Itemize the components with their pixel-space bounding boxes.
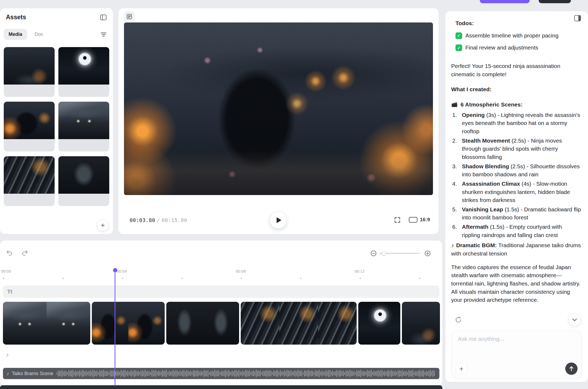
undo-icon[interactable] (6, 250, 13, 256)
scene-item: 1.Opening (3s) - Lightning reveals the a… (452, 111, 581, 136)
regenerate-icon[interactable] (455, 316, 462, 323)
clip-frame (279, 302, 318, 345)
chat-input[interactable] (458, 336, 575, 342)
assets-tabs: Media Doc (4, 29, 107, 40)
audio-tool-icon[interactable]: ♪ (6, 351, 9, 358)
assets-title: Assets (6, 14, 26, 21)
timeline-clip-aftermath[interactable] (402, 302, 440, 345)
ruler-label-3: 00:12 (355, 269, 365, 273)
add-asset-button[interactable]: + (97, 219, 109, 231)
clip-frame (92, 302, 128, 345)
asset-thumbnail-crouch-lantern[interactable] (4, 102, 55, 151)
zoom-slider[interactable] (379, 251, 420, 255)
asset-thumbnail-rain-street[interactable] (4, 47, 55, 97)
audio-track-label: Taiko Brams Scene (12, 371, 53, 376)
clip-frame (402, 302, 440, 345)
clip-frame (128, 302, 165, 345)
scene-name: Opening (462, 112, 485, 118)
todo-check-icon: ✓ (455, 44, 462, 51)
scroll-down-button[interactable] (568, 313, 581, 326)
timecode: 00:03.80/00:15.00 (130, 217, 187, 223)
todo-label: Assemble timeline with proper pacing (465, 32, 559, 40)
text-track[interactable]: Tt (3, 285, 439, 298)
chat-input-box: + (452, 331, 582, 378)
ruler-tick (241, 278, 242, 279)
bgm-line: ♪Dramatic BGM: Traditional Japanese taik… (451, 241, 581, 258)
timeline-clip-leap[interactable] (358, 302, 400, 345)
scene-name: Vanishing Leap (462, 206, 503, 212)
todo-label: Final review and adjustments (465, 44, 538, 52)
ruler-label-1: 00:04 (117, 269, 127, 273)
asset-art-shuriken (4, 156, 55, 194)
scene-text: Assassination Climax (4s) - Slow-motion … (462, 180, 581, 204)
preview-controls: 00:03.80/00:15.00 16:9 (118, 212, 439, 229)
scene-name: Stealth Movement (462, 138, 510, 144)
timeline-clip-shadow[interactable] (166, 302, 239, 345)
ruler-tick (3, 278, 4, 279)
asset-thumbnail-armored-ninja[interactable] (58, 156, 109, 206)
timecode-separator: / (157, 217, 160, 223)
assets-panel: Assets Media Doc + (0, 8, 113, 234)
scene-text: Opening (3s) - Lightning reveals the ass… (462, 111, 581, 136)
clip-frame (203, 302, 239, 345)
scene-number: 2. (452, 137, 460, 161)
asset-art-armored-ninja (58, 156, 109, 194)
attach-button[interactable]: + (456, 363, 467, 374)
music-note-icon: ♪ (451, 242, 454, 248)
asset-art-moon-leap (58, 47, 109, 85)
asset-thumbnail-shuriken[interactable] (4, 156, 55, 206)
scenes-heading-text: 6 Atmospheric Scenes: (461, 101, 522, 109)
filter-icon[interactable] (101, 32, 107, 37)
timecode-current: 00:03.80 (130, 217, 155, 223)
playhead-handle[interactable] (113, 268, 117, 272)
scene-name: Shadow Blending (462, 163, 509, 169)
tab-doc[interactable]: Doc (30, 29, 48, 40)
scene-list: 1.Opening (3s) - Lightning reveals the a… (452, 111, 581, 239)
playhead-line[interactable] (115, 270, 115, 386)
top-right-primary-button[interactable] (480, 0, 530, 3)
video-preview[interactable] (124, 22, 433, 195)
scene-item: 6.Aftermath (1.5s) - Empty courtyard wit… (452, 223, 581, 239)
storyboard-icon[interactable] (124, 11, 135, 22)
audio-track[interactable]: ♪ Taiko Brams Scene (3, 368, 439, 379)
zoom-in-icon[interactable] (424, 250, 431, 257)
timeline-clip-opening[interactable] (3, 302, 90, 345)
clip-frame (318, 302, 357, 345)
scene-name: Assassination Climax (462, 181, 520, 187)
clip-frame (358, 302, 400, 345)
assistant-panel: Todos: ✓ Assemble timeline with proper p… (445, 11, 588, 382)
bgm-label: Dramatic BGM: (456, 242, 497, 248)
scene-number: 5. (452, 205, 460, 222)
aspect-ratio-label: 16:9 (420, 217, 430, 223)
top-right-secondary-button[interactable] (539, 0, 571, 3)
send-button[interactable] (565, 363, 578, 375)
asset-art-rain-street (4, 47, 55, 85)
fullscreen-icon[interactable] (394, 217, 401, 223)
ruler-tick (122, 278, 123, 279)
ruler-label-2: 00:08 (236, 269, 246, 273)
ruler-label-0: 00:00 (1, 269, 11, 273)
play-icon (277, 217, 281, 223)
redo-icon[interactable] (21, 250, 28, 256)
assets-grid (0, 47, 113, 206)
timeline-clip-climax[interactable] (241, 302, 357, 345)
asset-thumbnail-moon-leap[interactable] (58, 47, 109, 97)
timeline-clip-stealth[interactable] (92, 302, 165, 345)
chat-actions-row (451, 313, 581, 326)
text-tool-icon: Tt (7, 289, 12, 295)
bottom-dock-edge (0, 385, 442, 389)
zoom-slider-knob[interactable] (382, 251, 386, 255)
tab-media[interactable]: Media (4, 29, 27, 40)
asset-thumbnail-ninja-face[interactable] (58, 102, 109, 151)
scene-number: 6. (452, 223, 460, 239)
collapse-panel-icon[interactable] (100, 14, 107, 20)
scene-number: 1. (452, 111, 460, 136)
aspect-ratio-control[interactable]: 16:9 (409, 217, 430, 223)
ruler-tick (360, 278, 361, 279)
scene-number: 4. (452, 180, 460, 204)
video-track (3, 302, 440, 345)
clip-frame (241, 302, 279, 345)
zoom-out-icon[interactable] (370, 250, 377, 257)
play-button[interactable] (270, 212, 287, 228)
ruler-tick (62, 278, 64, 279)
